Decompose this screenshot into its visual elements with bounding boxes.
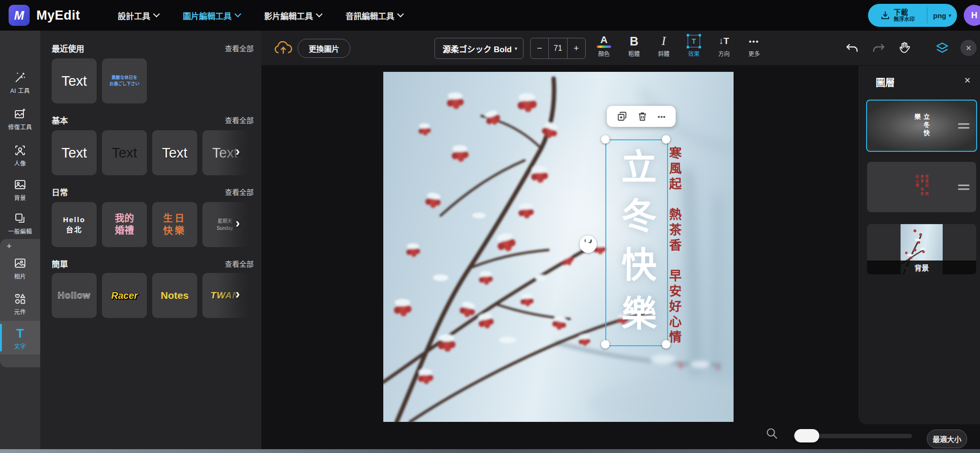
section-title-basic: 基本 [52,114,68,126]
text-color-button[interactable]: A 顏色 [590,34,618,61]
view-all-recent[interactable]: 查看全部 [225,43,254,53]
row-scroll-right-icon[interactable]: › [235,215,240,231]
drag-handle-icon[interactable] [958,184,969,190]
portrait-icon [14,144,26,157]
chevron-down-icon [316,11,323,17]
sidebar-item-portrait[interactable]: 人像 [0,141,40,170]
layer-item-background[interactable]: 背景 [867,224,976,274]
sidebar-item-elements[interactable]: 元件 [0,289,40,319]
menu-image-tools[interactable]: 圖片編輯工具 [183,10,240,22]
text-tool-icon: T [16,327,24,340]
chevron-down-icon [153,11,160,17]
text-style-tile[interactable]: 星期天 Sunday [202,202,247,247]
fade-overlay [202,130,247,175]
fit-to-screen-button[interactable]: 最適大小 [927,430,967,448]
text-style-tile[interactable]: Racer [102,273,147,318]
resize-handle-bottom-left[interactable] [601,340,610,349]
download-main[interactable]: 下載 無浮水印 [868,9,927,22]
tool-sidebar: + AI 工具 修復工具 人像 背景 一般編輯 相片 [0,31,40,453]
layers-icon[interactable] [935,41,949,56]
text-direction-button[interactable]: ↓T 方向 [710,34,738,61]
replace-image-button[interactable]: 更換圖片 [298,39,350,58]
close-layers-icon[interactable]: × [964,74,970,87]
more-options-button[interactable]: ••• 更多 [740,34,768,61]
section-title-daily: 日常 [52,186,68,198]
redo-icon[interactable] [871,41,886,56]
bold-icon: B [630,34,638,49]
hand-tool-icon[interactable] [897,41,912,56]
download-format-select[interactable]: png ▾ [927,11,957,20]
user-avatar[interactable]: H [964,5,980,26]
font-size-decrease-button[interactable]: − [531,38,548,58]
text-style-tile[interactable]: Text [152,130,197,175]
layer-item-secondary-text[interactable]: 寒風起 熱茶香 早安好心情 [867,162,976,212]
myedit-logo-icon[interactable]: M [9,5,30,26]
sidebar-item-general-edit[interactable]: 一般編輯 [0,209,40,238]
direction-icon: ↓T [719,34,729,49]
nav-menus: 設計工具 圖片編輯工具 影片編輯工具 音訊編輯工具 [118,0,403,31]
menu-audio-tools[interactable]: 音訊編輯工具 [345,10,403,22]
text-style-tile[interactable]: 我的 婚禮 [102,202,147,247]
add-icon: + [7,241,11,251]
close-editor-icon[interactable]: × [960,40,977,56]
italic-button[interactable]: I 斜體 [650,34,678,61]
text-style-tile[interactable]: Hello 台北 [52,202,97,247]
bold-button[interactable]: B 粗體 [620,34,648,61]
text-style-tile[interactable]: Text [102,130,147,175]
canvas-text-selected[interactable]: 立冬快樂 [613,148,657,344]
canvas-text-secondary[interactable]: 寒風起 熱茶香 早安好心情 [667,147,681,346]
sidebar-item-text[interactable]: T 文字 [0,324,40,353]
zoom-slider-thumb[interactable] [794,429,819,442]
layers-panel-title: 圖層 [876,75,895,89]
layers-panel: 圖層 × 立冬快樂 寒風起 熱茶香 早安好心情 [858,66,980,424]
trash-icon[interactable] [637,111,647,122]
sidebar-item-repair-tools[interactable]: 修復工具 [0,104,40,134]
sidebar-item-ai-tools[interactable]: AI 工具 [0,68,40,98]
font-size-increase-button[interactable]: + [568,38,585,58]
menu-design-tools[interactable]: 設計工具 [118,10,159,22]
drag-handle-icon[interactable] [958,123,969,128]
text-style-tile[interactable]: Notes [152,273,197,318]
text-style-tile[interactable]: TWAN [202,273,247,318]
view-all-basic[interactable]: 查看全部 [225,115,254,125]
photo-icon [14,257,26,270]
text-style-tile[interactable]: Text [52,58,97,103]
font-size-value[interactable]: 71 [548,38,567,58]
more-dots-icon[interactable]: ••• [658,113,666,120]
font-family-select[interactable]: 源柔ゴシック Bold ▾ [434,38,523,59]
text-style-tile[interactable]: Text [52,130,97,175]
text-style-tile[interactable]: 生日 快樂 [152,202,197,247]
duplicate-icon[interactable] [617,111,627,122]
view-all-simple[interactable]: 查看全部 [225,259,254,269]
undo-icon[interactable] [845,41,859,56]
magic-wand-icon [14,71,26,84]
shapes-icon [14,293,26,305]
text-style-tile[interactable]: Hollow [52,273,97,318]
layer-item-selected-text[interactable]: 立冬快樂 [866,100,977,152]
resize-handle-top-right[interactable] [662,135,670,144]
zoom-search-icon[interactable] [766,427,778,440]
resize-handle-top-left[interactable] [601,135,610,144]
effect-icon: T [688,34,700,49]
layer-label: 背景 [867,260,976,274]
caret-down-icon: ▾ [948,13,951,18]
menu-video-tools[interactable]: 影片編輯工具 [264,10,322,22]
view-all-daily[interactable]: 查看全部 [225,187,254,197]
fade-overlay [202,202,247,247]
chevron-down-icon [234,11,241,17]
text-effect-button[interactable]: T 效果 [680,34,708,61]
resize-handle-bottom-right[interactable] [662,340,670,349]
download-button[interactable]: 下載 無浮水印 png ▾ [868,4,957,27]
image-sparkle-icon [14,108,26,120]
section-title-recent: 最近使用 [52,42,84,54]
text-style-tile[interactable]: Text [202,130,247,175]
cloud-upload-icon[interactable] [274,40,293,57]
sidebar-item-photos[interactable]: 相片 [0,254,40,283]
text-style-tile[interactable]: 素敵な休日を お過ごし下さい [102,58,147,103]
row-scroll-right-icon[interactable]: › [235,286,240,302]
row-scroll-right-icon[interactable]: › [235,144,240,159]
chevron-down-icon [397,11,404,17]
font-size-stepper: − 71 + [530,38,586,59]
rotate-handle[interactable] [579,236,597,253]
sidebar-item-background[interactable]: 背景 [0,175,40,205]
